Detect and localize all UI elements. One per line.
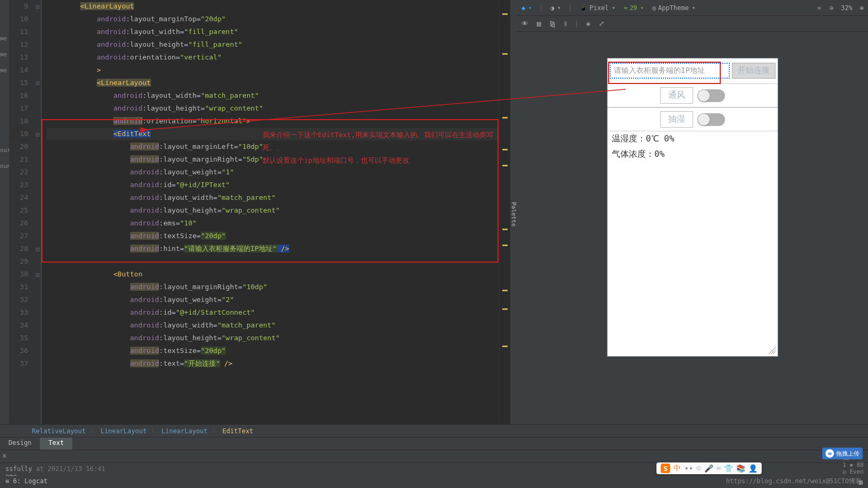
- more-icon[interactable]: »: [816, 3, 822, 13]
- humid-label: 抽湿: [660, 111, 693, 128]
- eye-icon[interactable]: 👁: [520, 19, 529, 29]
- zoom-in-icon[interactable]: ⊕: [859, 3, 865, 13]
- xml-tag: <LinearLayout: [80, 2, 134, 10]
- device-dropdown[interactable]: 📱 Pixel: [578, 3, 616, 13]
- breadcrumb-item[interactable]: LinearLayout: [100, 427, 147, 435]
- magnet-icon[interactable]: ⧎: [549, 19, 557, 29]
- design-tabs: Design Text: [0, 437, 868, 450]
- palette-tab-vertical[interactable]: Palette: [510, 0, 517, 424]
- gas-text: 气体浓度：0%: [608, 147, 778, 162]
- annotation-text: 我来介绍一下这个EditText,用来实现文本输入的。我们可以在主活动类写死、、…: [263, 129, 499, 167]
- pan-icon[interactable]: ✥: [585, 19, 592, 29]
- sogou-logo-icon: S: [661, 464, 670, 473]
- truncated-labels: me me me our oun: [0, 31, 11, 174]
- resize-handle-icon[interactable]: [768, 347, 776, 354]
- zoom-level: 32%: [841, 4, 853, 12]
- zoom-out-icon[interactable]: ⊖: [829, 3, 835, 13]
- tool-window-bar-left[interactable]: me me me our oun: [0, 0, 10, 424]
- preview-toolbar-1: ◆ | ◑ | 📱 Pixel ≈ 29 ◎ AppTheme » ⊖ 32% …: [517, 0, 868, 16]
- ip-edittext[interactable]: 请输入衣柜服务端的IP地址: [610, 63, 730, 79]
- device-preview[interactable]: 请输入衣柜服务端的IP地址 开始连接 通风 抽湿 温湿度：0℃ 0% 气体浓度：…: [608, 58, 778, 356]
- code-editor[interactable]: <LinearLayout android:layout_marginTop="…: [41, 0, 499, 424]
- fold-icon[interactable]: ⊟: [36, 77, 40, 90]
- orientation-dropdown[interactable]: ◑: [550, 3, 562, 13]
- breadcrumb-item[interactable]: RelativeLayout: [32, 427, 86, 435]
- line-gutter[interactable]: 9101112131415161718192021222324252627282…: [10, 0, 41, 424]
- expand-icon[interactable]: ⤢: [597, 19, 605, 29]
- watermark: https://blog.csdn.net/weix@51CTO博客: [726, 477, 862, 486]
- link-icon: ∞: [825, 449, 834, 458]
- api-dropdown[interactable]: ≈ 29: [622, 3, 645, 13]
- close-icon[interactable]: ×: [2, 451, 6, 460]
- vent-label: 通风: [660, 87, 693, 104]
- preview-toolbar-2: 👁 ▤ ⧎ ⫴ | ✥ ⤢: [517, 16, 868, 32]
- build-status: ssfully: [5, 465, 32, 473]
- guides-icon[interactable]: ⫴: [563, 19, 568, 29]
- temp-text: 温湿度：0℃ 0%: [608, 131, 778, 147]
- tab-text[interactable]: Text: [40, 437, 72, 450]
- logcat-tab[interactable]: ≡ 6: Logcat: [2, 476, 50, 486]
- breadcrumb-bar: RelativeLayout〉 LinearLayout〉 LinearLayo…: [0, 424, 868, 437]
- vent-toggle[interactable]: [697, 89, 725, 102]
- breadcrumb-item[interactable]: LinearLayout: [162, 427, 208, 435]
- fold-icon[interactable]: ⊟: [36, 1, 40, 14]
- layers-dropdown[interactable]: ◆: [520, 3, 533, 13]
- breadcrumb-item[interactable]: EditText: [223, 427, 254, 435]
- connect-button[interactable]: 开始连接: [732, 63, 776, 79]
- humid-toggle[interactable]: [697, 113, 725, 126]
- layout-preview-pane: ◆ | ◑ | 📱 Pixel ≈ 29 ◎ AppTheme » ⊖ 32% …: [517, 0, 868, 424]
- theme-dropdown[interactable]: ◎ AppTheme: [651, 3, 696, 13]
- ime-toolbar[interactable]: S 中 •• ☺ 🎤 ⌨ 👕 📚 👤: [656, 462, 762, 474]
- editor-right-gutter[interactable]: [499, 0, 510, 424]
- fold-icon[interactable]: ⊡: [36, 243, 40, 256]
- tab-design[interactable]: Design: [0, 437, 40, 450]
- fold-icon[interactable]: ⊟: [36, 269, 40, 282]
- upload-float-button[interactable]: ∞ 拖拽上传: [822, 448, 863, 459]
- fold-icon[interactable]: ⊟: [36, 129, 40, 141]
- blueprint-icon[interactable]: ▤: [536, 19, 542, 29]
